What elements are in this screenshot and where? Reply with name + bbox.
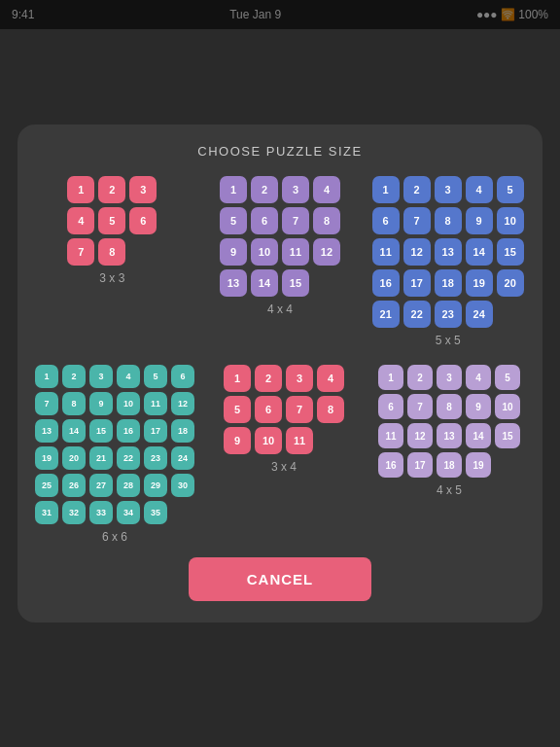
tile: 16 [372,269,400,297]
tile: 5 [497,176,524,203]
tile: 14 [466,423,491,448]
tile: 11 [282,238,309,266]
tile: 35 [144,501,167,524]
tile: 15 [282,269,309,297]
tile: 13 [437,423,462,448]
puzzle-label-3x3: 3 x 3 [99,271,124,285]
tiles-4x4: 1 2 3 4 5 6 7 8 9 10 11 12 13 14 15 [220,176,340,297]
tile: 9 [220,238,247,266]
tile: 7 [282,207,309,234]
tile: 12 [403,238,431,266]
tile: 15 [495,423,520,448]
tile: 12 [171,392,194,415]
tile-empty [129,238,157,266]
tile: 10 [495,394,520,419]
tile: 8 [317,396,344,423]
tile: 6 [378,394,403,419]
tile: 5 [220,207,247,234]
puzzle-label-6x6: 6 x 6 [102,530,127,544]
tile: 3 [282,176,309,203]
tile: 1 [220,176,247,203]
tile: 13 [435,238,462,266]
tiles-6x6: 1 2 3 4 5 6 7 8 9 10 11 12 13 14 15 16 1… [35,365,194,524]
puzzle-4x5[interactable]: 1 2 3 4 5 6 7 8 9 10 11 12 13 14 15 16 1… [373,365,525,544]
puzzle-size-modal: CHOOSE PUZZLE SIZE 1 2 3 4 5 6 7 8 3 x 3… [18,124,542,622]
tile: 15 [89,419,113,443]
tile: 17 [403,269,431,297]
tile: 12 [407,423,433,448]
tile: 15 [497,238,524,266]
tile: 7 [407,394,433,419]
tile: 26 [62,474,86,497]
tile: 5 [224,396,251,423]
tile: 10 [497,207,524,234]
tile: 7 [67,238,94,266]
puzzle-5x5[interactable]: 1 2 3 4 5 6 7 8 9 10 11 12 13 14 15 16 1… [370,176,525,347]
tile: 1 [224,365,251,392]
tile: 4 [117,365,140,388]
tile: 6 [251,207,278,234]
tile: 23 [435,301,462,328]
tile: 30 [171,474,194,497]
tile: 1 [372,176,400,203]
tile: 4 [466,365,491,390]
tile: 8 [98,238,125,266]
tiles-3x3: 1 2 3 4 5 6 7 8 [67,176,157,266]
tile: 18 [437,452,462,478]
tile: 3 [129,176,157,203]
tile: 23 [144,446,167,470]
puzzle-label-4x5: 4 x 5 [437,483,462,497]
tile: 16 [378,452,403,478]
tile: 14 [466,238,493,266]
puzzle-6x6[interactable]: 1 2 3 4 5 6 7 8 9 10 11 12 13 14 15 16 1… [35,365,194,544]
tile: 22 [117,446,140,470]
bottom-puzzles-grid: 1 2 3 4 5 6 7 8 9 10 11 12 13 14 15 16 1… [35,365,525,544]
tile: 32 [62,501,86,524]
tile: 19 [35,446,58,470]
puzzle-4x4[interactable]: 1 2 3 4 5 6 7 8 9 10 11 12 13 14 15 4 x … [203,176,358,347]
tile: 18 [171,419,194,443]
tile: 10 [251,238,278,266]
tile: 8 [437,394,462,419]
tile: 10 [117,392,140,415]
tiles-5x5: 1 2 3 4 5 6 7 8 9 10 11 12 13 14 15 16 1… [372,176,524,328]
tile: 1 [35,365,58,388]
tile: 9 [89,392,113,415]
cancel-button[interactable]: CANCEL [189,557,372,601]
tile: 9 [466,207,493,234]
tile: 2 [403,176,431,203]
tile: 31 [35,501,58,524]
tile: 21 [372,301,400,328]
tiles-3x4: 1 2 3 4 5 6 7 8 9 10 11 [224,365,344,454]
tile: 11 [372,238,400,266]
tile: 12 [313,238,340,266]
tile-empty [171,501,194,524]
tiles-4x5: 1 2 3 4 5 6 7 8 9 10 11 12 13 14 15 16 1… [378,365,520,478]
tile: 7 [403,207,431,234]
tile: 9 [224,427,251,454]
tile: 2 [255,365,282,392]
tile: 5 [495,365,520,390]
tile: 20 [62,446,86,470]
tile: 11 [144,392,167,415]
modal-title: CHOOSE PUZZLE SIZE [35,144,525,159]
tile: 8 [313,207,340,234]
puzzle-label-4x4: 4 x 4 [267,302,293,316]
puzzle-3x3[interactable]: 1 2 3 4 5 6 7 8 3 x 3 [35,176,190,347]
tile: 2 [251,176,278,203]
tile: 10 [255,427,282,454]
puzzle-3x4[interactable]: 1 2 3 4 5 6 7 8 9 10 11 3 x 4 [208,365,360,544]
tile: 5 [98,207,125,234]
tile: 7 [286,396,313,423]
tile: 7 [35,392,58,415]
top-puzzles-grid: 1 2 3 4 5 6 7 8 3 x 3 1 2 3 4 5 6 7 [35,176,525,347]
tile: 8 [435,207,462,234]
tile: 3 [89,365,113,388]
tile: 19 [466,452,491,478]
tile: 2 [407,365,433,390]
tile: 25 [35,474,58,497]
tile: 6 [255,396,282,423]
tile: 22 [403,301,431,328]
tile: 14 [62,419,86,443]
tile-empty [497,301,524,328]
